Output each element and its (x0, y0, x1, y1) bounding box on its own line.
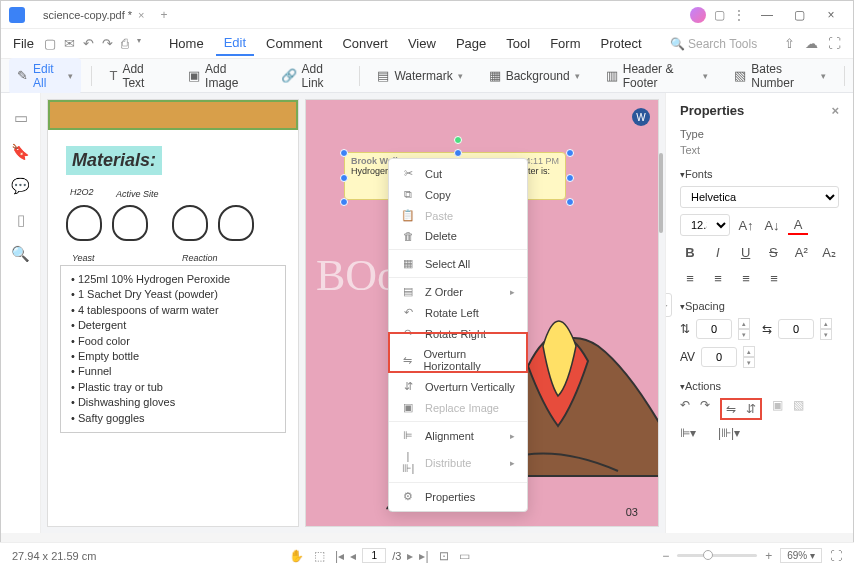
resize-handle[interactable] (566, 174, 574, 182)
redo-icon[interactable]: ↷ (102, 36, 113, 51)
flip-horizontal-icon[interactable]: ⇋ (726, 402, 736, 416)
fit-width-icon[interactable]: ⊡ (439, 549, 449, 563)
cm-z-order[interactable]: ▤Z Order▸ (389, 281, 527, 302)
font-shrink-icon[interactable]: A↓ (762, 215, 782, 235)
crop-icon[interactable]: ▣ (772, 398, 783, 420)
close-window-button[interactable]: × (817, 3, 845, 27)
add-image-button[interactable]: ▣Add Image (180, 58, 262, 94)
print-icon[interactable]: ⎙ (121, 36, 129, 51)
scrollbar[interactable] (659, 153, 663, 233)
cloud-icon[interactable]: ☁ (805, 36, 818, 51)
first-page-button[interactable]: |◂ (335, 549, 344, 563)
align-left-button[interactable]: ≡ (680, 268, 700, 288)
underline-button[interactable]: U (736, 242, 756, 262)
char-spacing-input[interactable] (701, 347, 737, 367)
maximize-button[interactable]: ▢ (785, 3, 813, 27)
zoom-select[interactable]: 69% ▾ (780, 548, 822, 563)
italic-button[interactable]: I (708, 242, 728, 262)
fonts-section-label[interactable]: Fonts (680, 168, 839, 180)
font-family-select[interactable]: Helvetica (680, 186, 839, 208)
strike-button[interactable]: S (763, 242, 783, 262)
resize-handle[interactable] (340, 198, 348, 206)
cm-rotate-right[interactable]: ↷Rotate Right (389, 323, 527, 344)
thumbnails-icon[interactable]: ▭ (14, 109, 28, 127)
bold-button[interactable]: B (680, 242, 700, 262)
mail-icon[interactable]: ✉ (64, 36, 75, 51)
cm-rotate-left[interactable]: ↶Rotate Left (389, 302, 527, 323)
zoom-slider[interactable] (677, 554, 757, 557)
cm-alignment[interactable]: ⊫Alignment▸ (389, 425, 527, 446)
stepper-down[interactable]: ▾ (820, 329, 832, 340)
cm-delete[interactable]: 🗑Delete (389, 226, 527, 246)
comments-icon[interactable]: 💬 (11, 177, 30, 195)
rotate-right-icon[interactable]: ↷ (700, 398, 710, 420)
align-menu-icon[interactable]: ⊫▾ (680, 426, 696, 440)
rotate-left-icon[interactable]: ↶ (680, 398, 690, 420)
actions-section-label[interactable]: Actions (680, 380, 839, 392)
print-dropdown-icon[interactable]: ▾ (137, 36, 141, 51)
new-tab-button[interactable]: + (161, 8, 168, 22)
fullscreen-icon[interactable]: ⛶ (830, 549, 842, 563)
minimize-button[interactable]: — (753, 3, 781, 27)
font-color-icon[interactable]: A (788, 215, 808, 235)
page-input[interactable] (362, 548, 386, 563)
menu-form[interactable]: Form (542, 32, 588, 55)
rotate-handle[interactable] (454, 136, 462, 144)
menu-view[interactable]: View (400, 32, 444, 55)
search-icon[interactable]: 🔍 (11, 245, 30, 263)
last-page-button[interactable]: ▸| (419, 549, 428, 563)
resize-handle[interactable] (454, 149, 462, 157)
menu-tool[interactable]: Tool (498, 32, 538, 55)
menu-edit[interactable]: Edit (216, 31, 254, 56)
align-right-button[interactable]: ≡ (736, 268, 756, 288)
document-tab[interactable]: science-copy.pdf * × (33, 5, 155, 25)
subscript-button[interactable]: A₂ (819, 242, 839, 262)
bookmarks-icon[interactable]: 🔖 (11, 143, 30, 161)
close-tab-icon[interactable]: × (138, 9, 144, 21)
menu-protect[interactable]: Protect (592, 32, 649, 55)
stepper-down[interactable]: ▾ (738, 329, 750, 340)
cm-select-all[interactable]: ▦Select All (389, 253, 527, 274)
resize-handle[interactable] (566, 149, 574, 157)
ai-icon[interactable] (690, 7, 706, 23)
zoom-in-button[interactable]: + (765, 549, 772, 563)
search-tools[interactable]: 🔍 Search Tools (670, 37, 758, 51)
next-page-button[interactable]: ▸ (407, 549, 413, 563)
horiz-spacing-input[interactable] (778, 319, 814, 339)
distribute-menu-icon[interactable]: |⊪|▾ (718, 426, 740, 440)
cm-cut[interactable]: ✂Cut (389, 163, 527, 184)
collapse-panel-button[interactable]: ▸ (665, 293, 672, 317)
stepper-up[interactable]: ▴ (743, 346, 755, 357)
share-icon[interactable]: ⇧ (784, 36, 795, 51)
stepper-up[interactable]: ▴ (738, 318, 750, 329)
prev-page-button[interactable]: ◂ (350, 549, 356, 563)
add-link-button[interactable]: 🔗Add Link (273, 58, 349, 94)
resize-handle[interactable] (340, 149, 348, 157)
font-size-select[interactable]: 12.35 (680, 214, 730, 236)
menu-convert[interactable]: Convert (334, 32, 396, 55)
align-justify-button[interactable]: ≡ (764, 268, 784, 288)
align-center-button[interactable]: ≡ (708, 268, 728, 288)
resize-handle[interactable] (340, 174, 348, 182)
stepper-down[interactable]: ▾ (743, 357, 755, 368)
superscript-button[interactable]: A² (791, 242, 811, 262)
spacing-section-label[interactable]: Spacing (680, 300, 839, 312)
cm-copy[interactable]: ⧉Copy (389, 184, 527, 205)
menu-home[interactable]: Home (161, 32, 212, 55)
document-canvas[interactable]: Materials: H2O2 Active Site Yeast Reacti… (41, 93, 665, 533)
attachments-icon[interactable]: ▯ (17, 211, 25, 229)
cm-overturn-h[interactable]: ⇋Overturn Horizontally (389, 344, 527, 376)
notes-icon[interactable]: ▢ (714, 8, 725, 22)
header-footer-button[interactable]: ▥Header & Footer▾ (598, 58, 717, 94)
select-tool-icon[interactable]: ⬚ (314, 549, 325, 563)
edit-all-button[interactable]: ✎ Edit All ▾ (9, 58, 81, 94)
flip-vertical-icon[interactable]: ⇵ (746, 402, 756, 416)
cm-overturn-v[interactable]: ⇵Overturn Vertically (389, 376, 527, 397)
fit-page-icon[interactable]: ▭ (459, 549, 470, 563)
menu-page[interactable]: Page (448, 32, 494, 55)
font-grow-icon[interactable]: A↑ (736, 215, 756, 235)
cm-properties[interactable]: ⚙Properties (389, 486, 527, 507)
kebab-menu-icon[interactable]: ⋮ (733, 8, 745, 22)
save-icon[interactable]: ▢ (44, 36, 56, 51)
zoom-out-button[interactable]: − (662, 549, 669, 563)
